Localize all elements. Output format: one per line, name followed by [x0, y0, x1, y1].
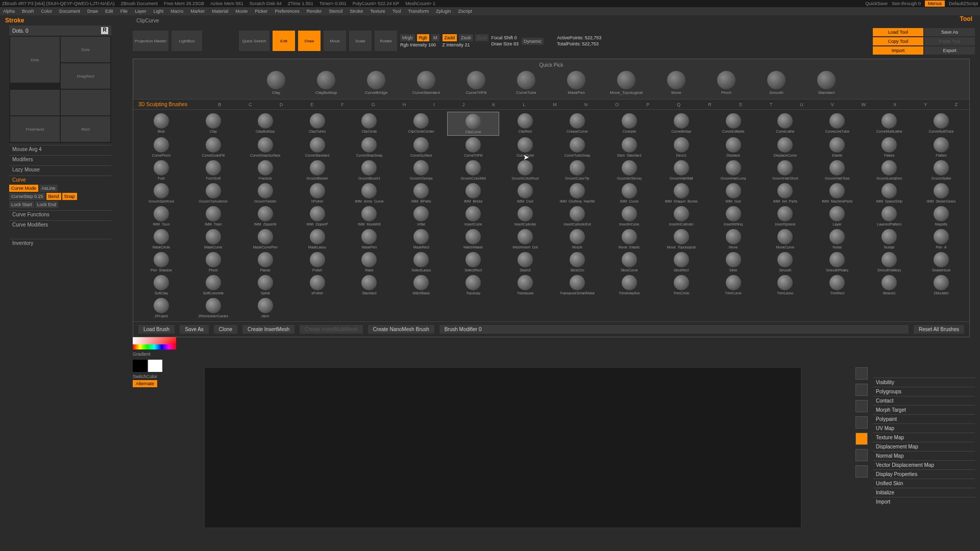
persp-icon[interactable] — [855, 433, 868, 445]
brush-curvelathe[interactable]: CurveLathe — [760, 112, 812, 136]
brush-clipcurve[interactable]: ClipCurve — [447, 112, 499, 136]
create-insertmesh-button[interactable]: Create InsertMesh — [242, 325, 295, 334]
brush-slicecirc[interactable]: SliceCirc — [551, 251, 603, 273]
alpha-filter-k[interactable]: K — [492, 102, 495, 107]
brush-trimcurve[interactable]: TrimCurve — [707, 273, 760, 296]
brush-curvestrapsnap[interactable]: CurveStrapSnap — [344, 136, 396, 159]
menu-color[interactable]: Color — [41, 9, 53, 14]
brush-masklasso[interactable]: MaskLasso — [291, 228, 344, 251]
brush-smoothvalleys[interactable]: SmoothValleys — [863, 251, 915, 273]
brush-displace[interactable]: Displace — [707, 136, 760, 159]
quickpick-claybuildup[interactable]: ClayBuildup — [308, 71, 344, 95]
clone-brush-button[interactable]: Clone — [214, 325, 237, 334]
brush-inflat[interactable]: Inflat — [395, 205, 447, 228]
brush-groomhairball[interactable]: GroomHairBall — [655, 159, 707, 182]
snap-button[interactable]: Snap — [62, 193, 77, 200]
brush-groomcolormid[interactable]: GroomColorMid — [447, 159, 499, 182]
brush-imm-zipperp[interactable]: IMM_ZipperP — [291, 205, 344, 228]
brush-crumple[interactable]: Crumple — [603, 112, 655, 136]
tool-section-import[interactable]: Import — [873, 497, 975, 506]
brush-fracture[interactable]: Fracture — [239, 159, 291, 182]
brush-groomspinknot[interactable]: GroomSpinKnot — [135, 182, 187, 205]
dynamic-button[interactable]: Dynamic — [522, 38, 544, 45]
brush-nudge[interactable]: Nudge — [863, 228, 915, 251]
brush-zmodeler[interactable]: ZModeler — [915, 273, 967, 296]
alternate-button[interactable]: Alternate — [133, 380, 157, 387]
zcut-button[interactable]: Zcut — [475, 34, 488, 41]
brush-spolish[interactable]: sPolish — [291, 273, 344, 296]
mouse-avg-slider[interactable]: Mouse Avg 4 — [9, 145, 111, 153]
brush-groomlengthen[interactable]: GroomLengthen — [863, 159, 915, 182]
quickpick-curvebridge[interactable]: CurveBridge — [358, 71, 394, 95]
alpha-filter-j[interactable]: J — [462, 102, 465, 107]
menu-alpha[interactable]: Alpha — [3, 9, 15, 14]
menu-layer[interactable]: Layer — [135, 9, 146, 14]
tool-section-initialize[interactable]: Initialize — [873, 488, 975, 497]
quicksave-button[interactable]: QuickSave — [865, 1, 888, 6]
brush-matchmaker[interactable]: MatchMaker — [447, 228, 499, 251]
alpha-filter-g[interactable]: G — [372, 102, 375, 107]
brush-insertcube[interactable]: InsertCube — [447, 205, 499, 228]
z-intensity-slider[interactable]: Z Intensity 21 — [443, 42, 470, 47]
brush-inserthcylinder[interactable]: InsertHCylinder — [655, 205, 707, 228]
save-as-tool-button[interactable]: Save As — [924, 28, 975, 36]
curve-modifiers-section[interactable]: Curve Modifiers — [9, 220, 111, 229]
brush-groomblower[interactable]: GroomBlower — [291, 159, 344, 182]
scale-button[interactable]: Scale — [349, 31, 372, 51]
brush-hpolish[interactable]: hPolish — [291, 182, 344, 205]
menu-zscript[interactable]: Zscript — [458, 9, 472, 14]
brush-magnify[interactable]: Magnify — [915, 205, 967, 228]
brush-layer[interactable]: Layer — [811, 205, 863, 228]
menu-texture[interactable]: Texture — [370, 9, 385, 14]
brush-inserthcube[interactable]: InsertHCube — [603, 205, 655, 228]
bend-button[interactable]: Bend — [46, 193, 61, 200]
quickpick-curvetrifill[interactable]: CurveTriFill — [458, 71, 494, 95]
tool-section-polygroups[interactable]: Polygroups — [873, 387, 975, 396]
brush-dam-standard[interactable]: Dam_Standard — [603, 136, 655, 159]
lock-start-button[interactable]: Lock Start — [9, 201, 34, 208]
brush-trimadaptive[interactable]: TrimAdaptive — [603, 273, 655, 296]
canvas[interactable] — [204, 367, 801, 528]
quickpick-curvetube[interactable]: CurveTube — [508, 71, 544, 95]
brush-fold[interactable]: Fold — [135, 159, 187, 182]
brush-groomcolortip[interactable]: GroomColorTip — [551, 159, 603, 182]
brush-softclay[interactable]: SoftClay — [135, 273, 187, 296]
brush-curvetubesnap[interactable]: CurveTubeSnap — [551, 136, 603, 159]
tool-section-unified-skin[interactable]: Unified Skin — [873, 479, 975, 488]
brush-imm-spaceship[interactable]: IMM_SpaceShip — [863, 182, 915, 205]
curve-mode-button[interactable]: Curve Mode — [9, 185, 38, 192]
menu-edit[interactable]: Edit — [105, 9, 113, 14]
rotate-icon[interactable] — [855, 384, 868, 396]
menu-transform[interactable]: Transform — [408, 9, 429, 14]
create-nanomesh-button[interactable]: Create NanoMesh Brush — [368, 325, 434, 334]
inventory-section[interactable]: Inventory — [9, 239, 111, 247]
brush-zproject[interactable]: ZProject — [135, 296, 187, 319]
brush-smoothpeaks[interactable]: SmoothPeaks — [811, 251, 863, 273]
brush-trimlasso[interactable]: TrimLasso — [760, 273, 812, 296]
brush-insertsphere[interactable]: InsertSphere — [760, 205, 812, 228]
menu-document[interactable]: Document — [59, 9, 80, 14]
brush-spiral[interactable]: Spiral — [239, 273, 291, 296]
brush-trimrect[interactable]: TrimRect — [811, 273, 863, 296]
m-button[interactable]: M — [431, 34, 439, 41]
brush-slicerect[interactable]: SliceRect — [655, 251, 707, 273]
tool-section-contact[interactable]: Contact — [873, 396, 975, 405]
rotate-button[interactable]: Rotate — [375, 31, 397, 51]
brush-curvemultitube[interactable]: CurveMultiTube — [915, 112, 967, 136]
swatch-secondary[interactable] — [133, 360, 147, 372]
brush-flakes[interactable]: Flakes — [863, 136, 915, 159]
alpha-filter-u[interactable]: U — [800, 102, 803, 107]
asline-button[interactable]: AsLine — [39, 185, 58, 192]
brush-imm-curve[interactable]: IMM_Curve — [603, 182, 655, 205]
alpha-filter-t[interactable]: T — [770, 102, 773, 107]
brush-meshinsert-dot[interactable]: MeshInsert_Dot — [499, 228, 551, 251]
projection-master-button[interactable]: Projection Master — [133, 31, 168, 51]
lazy-mouse-section[interactable]: Lazy Mouse — [9, 165, 111, 173]
stroke-dots-large[interactable]: Dots — [10, 37, 60, 83]
brush-maskcircle[interactable]: MaskCircle — [135, 228, 187, 251]
brush-groomerstrong[interactable]: GroomerStrong — [603, 159, 655, 182]
brush-curvetrifill[interactable]: CurveTriFill — [447, 136, 499, 159]
curve-section[interactable]: Curve — [9, 176, 111, 184]
brush-movecurve[interactable]: MoveCurve — [760, 228, 812, 251]
brush-imm-army-curve[interactable]: IMM_Army_Curve — [344, 182, 396, 205]
